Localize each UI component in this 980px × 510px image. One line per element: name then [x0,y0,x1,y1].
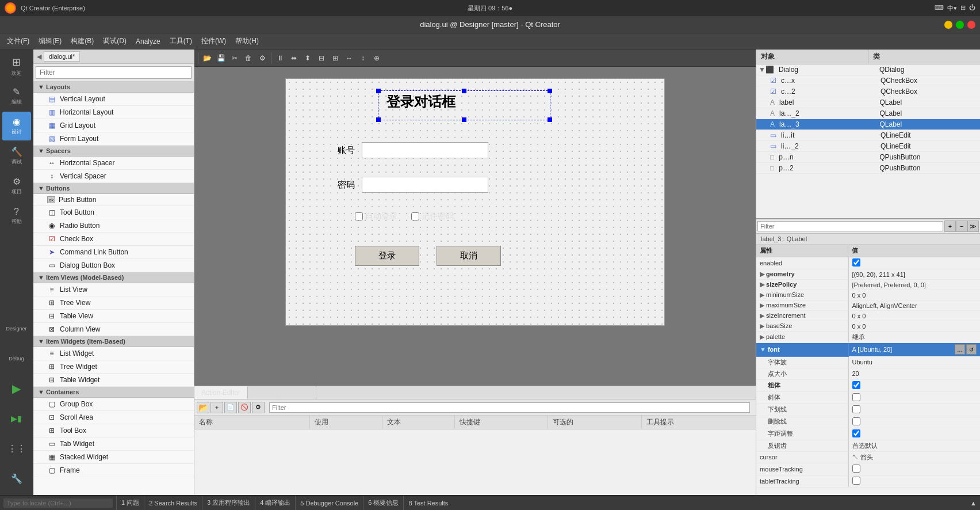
widget-radio-button[interactable]: ◉ Radio Button [33,219,194,233]
prop-sizeincrement[interactable]: ▶ sizeIncrement 0 x 0 [756,311,980,321]
widget-list-widget[interactable]: ≡ List Widget [33,347,194,360]
widget-scroll-area[interactable]: ⊡ Scroll Area [33,411,194,424]
canvas-area[interactable]: 登录对话框 账号 密码 [194,67,756,386]
widget-tab-widget[interactable]: ▭ Tab Widget [33,437,194,451]
widget-vertical-layout[interactable]: ▤ Vertical Layout [33,93,194,106]
obj-row-c2[interactable]: ☑ c…2 QCheckBox [756,86,980,97]
sidebar-item-help[interactable]: ?帮助 [2,201,31,230]
menu-help[interactable]: 帮助(H) [231,35,263,48]
sidebar-item-edit[interactable]: ✎编辑 [2,82,31,111]
status-app-output[interactable]: 3 应用程序输出 [202,496,255,510]
obj-row-cx[interactable]: ☑ c…x QCheckBox [756,75,980,86]
status-compile[interactable]: 4 编译输出 [255,496,296,510]
action-filter-input[interactable] [269,402,750,413]
tb-align-center-btn[interactable]: ⊟ [315,52,328,64]
obj-row-li2[interactable]: ▭ li…_2 QLineEdit [756,141,980,152]
menu-analyze[interactable]: Analyze [131,36,165,47]
prop-enabled[interactable]: enabled [756,257,980,269]
input-password[interactable] [362,177,488,193]
power-icon[interactable]: ⏻ [969,4,975,13]
action-new-btn[interactable]: + [210,402,223,413]
widget-push-button[interactable]: ok Push Button [33,194,194,206]
sidebar-item-debug-bot[interactable]: Debug [2,344,31,373]
input-account[interactable] [362,142,488,158]
prop-font-bold[interactable]: 粗体 [756,379,980,391]
widget-filter-input[interactable] [36,66,192,79]
prop-minsize[interactable]: ▶ minimumSize 0 x 0 [756,290,980,300]
sidebar-item-designer[interactable]: Designer [2,314,31,343]
tb-vspacing-btn[interactable]: ↕ [357,52,369,64]
action-add-btn[interactable]: 📂 [197,402,209,413]
obj-row-la3[interactable]: A la…_3 QLabel [756,119,980,130]
widget-horiz-spacer[interactable]: ↔ Horizontal Spacer [33,157,194,170]
sidebar-item-design[interactable]: ◉设计 [2,112,31,140]
close-btn[interactable] [967,21,975,29]
action-open-btn[interactable]: 📄 [224,402,237,413]
widget-form-layout[interactable]: ▧ Form Layout [33,132,194,146]
prop-maxsize[interactable]: ▶ maximumSize AlignLeft, AlignVCenter [756,300,980,311]
tab-action-editor[interactable]: Action Editor [194,386,248,399]
widget-tool-button[interactable]: ◫ Tool Button [33,206,194,219]
widget-stacked-widget[interactable]: ▦ Stacked Widget [33,451,194,464]
font-reset-btn[interactable]: ↺ [966,344,977,355]
obj-row-p1[interactable]: □ p…n QPushButton [756,152,980,163]
action-settings-btn[interactable]: ⚙ [252,402,265,413]
prop-tablettracking[interactable]: tabletTracking [756,475,980,487]
prop-cursor[interactable]: cursor ↖ 箭头 [756,451,980,463]
prop-basesize[interactable]: ▶ baseSize 0 x 0 [756,321,980,332]
widget-table-widget[interactable]: ⊟ Table Widget [33,374,194,387]
btn-login[interactable]: 登录 [355,246,419,266]
btn-cancel[interactable]: 取消 [437,246,501,266]
prop-font-strikeout[interactable]: 删除线 [756,416,980,428]
sidebar-play-btn[interactable]: ▶ [2,374,31,403]
checkbox-remember[interactable]: 记住密码 [411,211,454,222]
widget-vert-spacer[interactable]: ↕ Vertical Spacer [33,170,194,183]
tb-spacing-btn[interactable]: ↔ [343,52,355,64]
status-search[interactable]: 2 Search Results [144,496,202,510]
prop-font-kerning[interactable]: 字距调整 [756,428,980,440]
tb-open-btn[interactable]: 📂 [201,52,213,64]
obj-row-li1[interactable]: ▭ li…it QLineEdit [756,130,980,141]
menu-debug[interactable]: 调试(D) [98,35,131,48]
prop-font-family[interactable]: 字体族 Ubuntu [756,356,980,368]
sidebar-item-project[interactable]: ⚙项目 [2,172,31,200]
tb-pause-btn[interactable]: ⏸ [274,52,286,64]
props-more-btn[interactable]: ≫ [967,220,979,232]
status-expand-btn[interactable]: ▲ [967,500,980,507]
tb-align-left-btn[interactable]: ⬌ [288,52,300,64]
status-summary[interactable]: 6 概要信息 [363,496,404,510]
section-buttons[interactable]: ▼ Buttons [33,183,194,194]
props-filter-input[interactable] [757,221,943,231]
obj-row-la2[interactable]: A la…_2 QLabel [756,108,980,119]
prop-font-italic[interactable]: 斜体 [756,391,980,404]
tab-signals-slots[interactable]: Signals_Slots E... [248,386,316,399]
widget-frame[interactable]: ▢ Frame [33,464,194,477]
maximize-btn[interactable] [956,21,964,29]
prop-geometry[interactable]: ▶ geometry [(90, 20), 211 x 41] [756,269,980,280]
section-item-views[interactable]: ▼ Item Views (Model-Based) [33,272,194,283]
widget-tree-widget[interactable]: ⊞ Tree Widget [33,360,194,374]
tb-align-h-btn[interactable]: ⬍ [301,52,314,64]
status-debugger[interactable]: 5 Debugger Console [296,496,363,510]
menu-file[interactable]: 文件(F) [2,35,34,48]
dialog-canvas[interactable]: 登录对话框 账号 密码 [285,78,665,326]
widget-column-view[interactable]: ⊠ Column View [33,323,194,336]
widget-group-box[interactable]: ▢ Group Box [33,398,194,411]
sidebar-apps-btn[interactable]: ⋮⋮ [2,434,31,463]
prop-sizepolicy[interactable]: ▶ sizePolicy [Preferred, Preferred, 0, 0… [756,280,980,290]
widget-command-link[interactable]: ➤ Command Link Button [33,246,194,259]
prop-font-antialias[interactable]: 反锯齿 首选默认 [756,440,980,451]
prop-mousetracking[interactable]: mouseTracking [756,463,980,475]
locate-input[interactable] [3,498,113,508]
tb-delete-btn[interactable]: 🗑 [242,52,255,64]
widget-table-view[interactable]: ⊟ Table View [33,310,194,323]
font-edit-btn[interactable]: … [955,344,965,355]
props-add-btn[interactable]: + [944,220,956,232]
sidebar-item-welcome[interactable]: ⊞欢迎 [2,52,31,81]
prop-font-size[interactable]: 点大小 20 [756,368,980,379]
widget-tree-view[interactable]: ⊞ Tree View [33,296,194,310]
widget-tool-box[interactable]: ⊞ Tool Box [33,424,194,437]
sidebar-step-btn[interactable]: ▶▮ [2,404,31,433]
status-issues[interactable]: 1 问题 [117,496,144,510]
widget-dialog-btn-box[interactable]: ▭ Dialog Button Box [33,259,194,272]
